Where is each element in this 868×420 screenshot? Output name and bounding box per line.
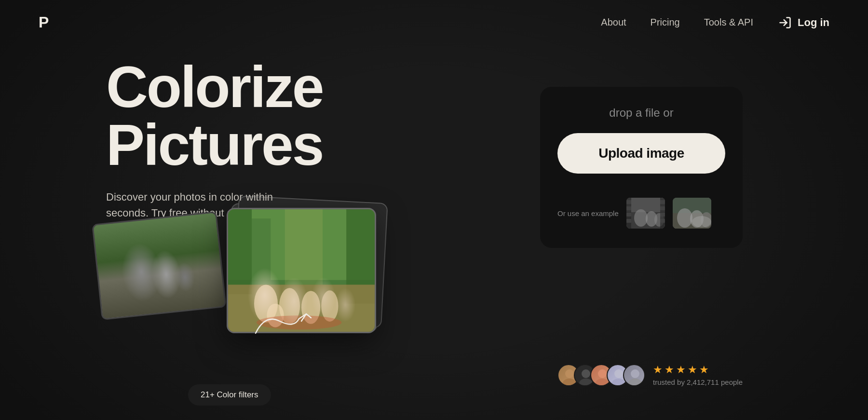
login-button[interactable]: Log in: [777, 15, 829, 30]
login-icon: [777, 15, 793, 30]
star-4: ★: [688, 364, 697, 376]
svg-point-55: [628, 379, 642, 386]
svg-rect-31: [626, 206, 631, 210]
nav-tools[interactable]: Tools & API: [704, 17, 753, 28]
svg-point-25: [634, 209, 648, 227]
social-proof: ★ ★ ★ ★ ★ trusted by 2,412,711 people: [557, 364, 743, 386]
svg-point-7: [189, 268, 209, 298]
avatar-5: [623, 364, 645, 386]
star-3: ★: [676, 364, 686, 376]
examples-row: Or use an example: [557, 198, 725, 229]
nav-about[interactable]: About: [601, 17, 626, 28]
avatar-stack: [557, 364, 645, 386]
svg-rect-1: [94, 213, 225, 318]
bw-photo-inner: [94, 213, 225, 318]
upload-panel: drop a file or Upload image Or use an ex…: [540, 87, 743, 248]
svg-rect-24: [626, 198, 665, 212]
svg-rect-2: [94, 213, 220, 272]
navbar: P About Pricing Tools & API Log in: [0, 0, 868, 45]
nav-links: About Pricing Tools & API Log in: [601, 15, 829, 30]
logo[interactable]: P: [39, 14, 48, 31]
svg-rect-22: [285, 209, 323, 285]
svg-rect-37: [660, 219, 665, 223]
upload-button[interactable]: Upload image: [557, 133, 725, 174]
svg-rect-30: [626, 200, 631, 204]
bw-photo: [92, 211, 226, 320]
star-5: ★: [699, 364, 709, 376]
svg-point-45: [565, 369, 574, 378]
photos-demo: [87, 208, 376, 381]
login-label: Log in: [798, 16, 829, 29]
rating-block: ★ ★ ★ ★ ★ trusted by 2,412,711 people: [653, 364, 743, 386]
example-thumb-1[interactable]: [626, 198, 665, 229]
svg-point-50: [598, 369, 607, 378]
nav-pricing[interactable]: Pricing: [651, 17, 680, 28]
svg-rect-11: [228, 209, 252, 294]
svg-rect-12: [252, 218, 271, 294]
svg-rect-13: [346, 209, 375, 304]
arrow-decoration: [251, 304, 318, 343]
trusted-text: trusted by 2,412,711 people: [653, 378, 743, 386]
svg-point-44: [692, 216, 711, 228]
color-filters-badge: 21+ Color filters: [188, 384, 271, 406]
svg-rect-32: [626, 213, 631, 217]
stars: ★ ★ ★ ★ ★: [653, 364, 743, 376]
svg-point-4: [121, 259, 153, 305]
svg-rect-33: [626, 219, 631, 223]
svg-point-5: [148, 264, 175, 304]
svg-rect-36: [660, 213, 665, 217]
svg-point-52: [614, 369, 623, 378]
svg-point-48: [582, 369, 590, 378]
svg-rect-35: [660, 206, 665, 210]
svg-rect-34: [660, 200, 665, 204]
examples-label: Or use an example: [557, 208, 619, 218]
svg-rect-10: [228, 209, 375, 280]
svg-rect-39: [673, 198, 711, 213]
hero-title: Colorize Pictures: [106, 58, 434, 174]
star-2: ★: [665, 364, 674, 376]
svg-rect-3: [98, 259, 225, 319]
drop-text: drop a file or: [609, 106, 673, 120]
hero-section: Colorize Pictures Discover your photos i…: [106, 58, 434, 221]
star-1: ★: [653, 364, 663, 376]
svg-point-8: [118, 285, 140, 305]
svg-point-54: [631, 369, 639, 378]
svg-point-19: [321, 290, 338, 322]
svg-point-6: [171, 267, 193, 302]
example-thumb-2[interactable]: [673, 198, 711, 229]
